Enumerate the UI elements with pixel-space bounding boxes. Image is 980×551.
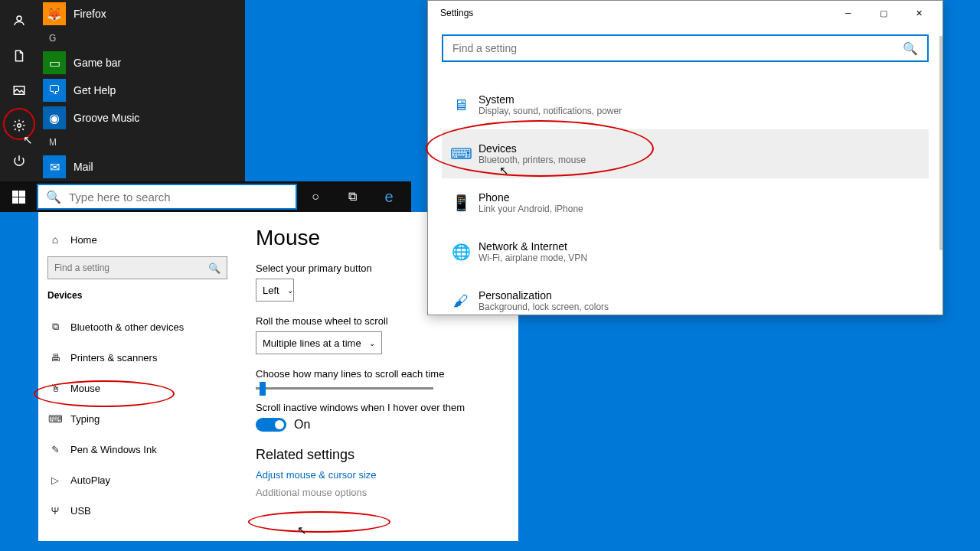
app-label: Groove Music xyxy=(74,112,139,124)
start-menu: 🦊 Firefox G ▭ Game bar 🗨 Get Help ◉ Groo… xyxy=(0,0,245,181)
minimize-button[interactable]: ─ xyxy=(831,2,866,24)
link-additional-mouse[interactable]: Additional mouse options xyxy=(256,487,503,498)
phone-icon: 📱 xyxy=(448,194,474,212)
app-label: Get Help xyxy=(74,84,116,96)
maximize-button[interactable]: ▢ xyxy=(866,2,901,24)
related-settings: Related settings Adjust mouse & cursor s… xyxy=(256,447,503,498)
letter-header[interactable]: M xyxy=(38,132,245,153)
nav-home[interactable]: ⌂ Home xyxy=(47,226,236,253)
pen-icon: ✎ xyxy=(47,444,63,455)
taskview-icon[interactable]: ⧉ xyxy=(334,181,371,212)
search-icon: 🔍 xyxy=(903,41,918,56)
svg-point-2 xyxy=(18,124,21,128)
lines-label: Choose how many lines to scroll each tim… xyxy=(256,368,503,380)
nav-typing[interactable]: ⌨Typing xyxy=(47,403,236,434)
cat-network[interactable]: 🌐 Network & InternetWi-Fi, airplane mode… xyxy=(442,227,929,276)
start-app-firefox[interactable]: 🦊 Firefox xyxy=(38,0,245,28)
settings-search[interactable]: 🔍 xyxy=(442,34,929,62)
start-app-gethelp[interactable]: 🗨 Get Help xyxy=(38,77,245,104)
app-label: Game bar xyxy=(74,57,121,69)
taskbar-search-input[interactable] xyxy=(69,191,288,204)
power-icon[interactable] xyxy=(5,146,34,175)
toggle-pill[interactable] xyxy=(256,418,286,432)
window-title: Settings xyxy=(434,8,473,18)
search-icon: 🔍 xyxy=(208,262,220,274)
roll-wheel-select[interactable]: Multiple lines at a time⌄ xyxy=(256,331,382,354)
keyboard-icon: ⌨ xyxy=(47,413,63,425)
gamebar-icon: ▭ xyxy=(43,51,66,74)
documents-icon[interactable] xyxy=(5,41,34,70)
firefox-icon: 🦊 xyxy=(43,2,66,25)
toggle-knob xyxy=(275,420,284,429)
settings-icon[interactable] xyxy=(5,111,34,140)
svg-point-0 xyxy=(17,16,21,21)
cat-personalization[interactable]: 🖌 PersonalizationBackground, lock screen… xyxy=(442,276,929,325)
gethelp-icon: 🗨 xyxy=(43,79,66,102)
start-app-list: 🦊 Firefox G ▭ Game bar 🗨 Get Help ◉ Groo… xyxy=(38,0,245,181)
windows-logo-icon xyxy=(12,191,25,204)
nav-find-input[interactable] xyxy=(54,262,208,273)
pictures-icon[interactable] xyxy=(5,77,34,106)
printer-icon: 🖶 xyxy=(47,352,63,364)
window-controls: ─ ▢ ✕ xyxy=(831,2,936,24)
groove-icon: ◉ xyxy=(43,106,66,129)
settings-window: Settings ─ ▢ ✕ 🔍 🖥 SystemDisplay, sound,… xyxy=(427,0,943,315)
settings-body: 🔍 🖥 SystemDisplay, sound, notifications,… xyxy=(428,25,942,325)
bluetooth-icon: ⧉ xyxy=(47,321,63,333)
taskbar-search[interactable]: 🔍 xyxy=(37,184,297,210)
personalization-icon: 🖌 xyxy=(448,292,474,310)
chevron-down-icon: ⌄ xyxy=(369,339,375,347)
taskbar: 🔍 ○ ⧉ e xyxy=(0,181,411,212)
cat-devices[interactable]: ⌨ DevicesBluetooth, printers, mouse xyxy=(442,129,929,178)
usb-icon: Ψ xyxy=(47,505,63,517)
inactive-label: Scroll inactive windows when I hover ove… xyxy=(256,402,503,413)
nav-autoplay[interactable]: ▷AutoPlay xyxy=(47,465,236,495)
nav-printers[interactable]: 🖶Printers & scanners xyxy=(47,342,236,373)
scroll-lines-slider[interactable] xyxy=(256,387,433,390)
nav-pen[interactable]: ✎Pen & Windows Ink xyxy=(47,434,236,465)
letter-header[interactable]: G xyxy=(38,28,245,49)
primary-button-select[interactable]: Left⌄ xyxy=(256,279,294,302)
edge-icon[interactable]: e xyxy=(371,181,407,212)
link-adjust-cursor[interactable]: Adjust mouse & cursor size xyxy=(256,469,503,481)
network-icon: 🌐 xyxy=(448,243,474,261)
category-list: 🖥 SystemDisplay, sound, notifications, p… xyxy=(442,80,929,325)
cat-phone[interactable]: 📱 PhoneLink your Android, iPhone xyxy=(442,178,929,227)
related-header: Related settings xyxy=(256,447,503,463)
toggle-state: On xyxy=(294,418,310,432)
devices-icon: ⌨ xyxy=(448,145,474,163)
nav-find-setting[interactable]: 🔍 xyxy=(47,256,227,279)
start-rail xyxy=(0,0,38,181)
start-app-groove[interactable]: ◉ Groove Music xyxy=(38,104,245,132)
slider-thumb[interactable] xyxy=(260,382,266,396)
cortana-icon[interactable]: ○ xyxy=(297,181,334,212)
close-button[interactable]: ✕ xyxy=(901,2,936,24)
autoplay-icon: ▷ xyxy=(47,474,63,486)
nav-bluetooth[interactable]: ⧉Bluetooth & other devices xyxy=(47,311,236,342)
app-label: Firefox xyxy=(74,8,106,20)
nav-mouse[interactable]: 🖱Mouse xyxy=(47,373,236,403)
settings-search-input[interactable] xyxy=(452,42,903,54)
home-icon: ⌂ xyxy=(47,233,63,246)
search-icon: 🔍 xyxy=(46,190,61,204)
inactive-toggle[interactable]: On xyxy=(256,418,503,432)
start-app-mail[interactable]: ✉ Mail xyxy=(38,153,245,181)
user-icon[interactable] xyxy=(5,6,34,35)
cat-system[interactable]: 🖥 SystemDisplay, sound, notifications, p… xyxy=(442,80,929,129)
chevron-down-icon: ⌄ xyxy=(287,286,293,295)
app-label: Mail xyxy=(74,161,93,173)
nav-section: Devices xyxy=(47,290,236,301)
system-icon: 🖥 xyxy=(448,96,474,114)
nav-usb[interactable]: ΨUSB xyxy=(47,495,236,526)
scrollbar[interactable] xyxy=(939,36,942,250)
mouse-icon: 🖱 xyxy=(47,383,63,394)
mail-icon: ✉ xyxy=(43,155,66,178)
mouse-nav: ⌂ Home 🔍 Devices ⧉Bluetooth & other devi… xyxy=(38,212,245,541)
start-app-gamebar[interactable]: ▭ Game bar xyxy=(38,49,245,77)
titlebar: Settings ─ ▢ ✕ xyxy=(428,1,942,25)
start-button[interactable] xyxy=(0,181,37,212)
home-label: Home xyxy=(70,234,97,246)
